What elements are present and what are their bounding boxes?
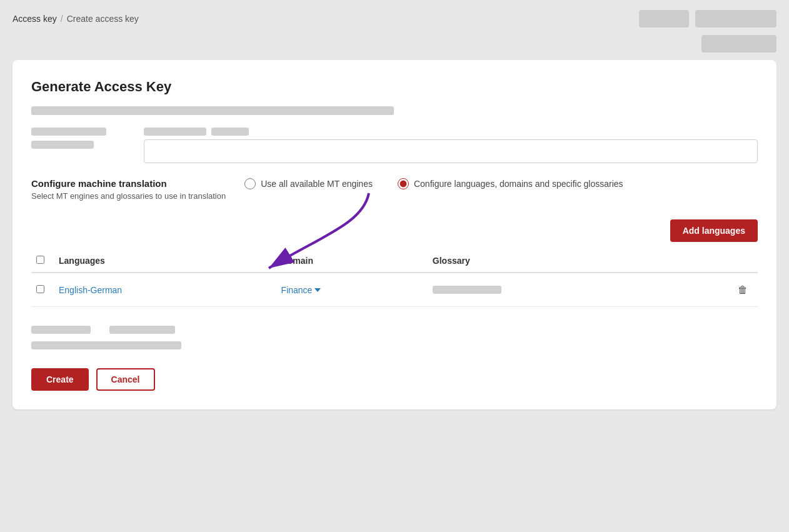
radio-configure[interactable] (398, 178, 409, 189)
sub-bar (0, 33, 789, 60)
configure-right: Use all available MT engines Configure l… (244, 178, 758, 189)
access-key-input[interactable] (144, 139, 758, 163)
form-left-labels (31, 128, 131, 149)
add-languages-button[interactable]: Add languages (670, 219, 758, 242)
th-domain: Domain (276, 249, 428, 273)
bottom-placeholders (31, 326, 758, 349)
row-domain[interactable]: Finance (276, 273, 428, 307)
row-glossary (428, 273, 666, 307)
domain-dropdown[interactable]: Finance (281, 285, 423, 295)
configure-subtitle: Select MT engines and glossaries to use … (31, 191, 226, 201)
input-label-ph1 (144, 128, 206, 136)
label-placeholder-2 (31, 141, 94, 149)
th-glossary: Glossary (428, 249, 666, 273)
row-language[interactable]: English-German (54, 273, 276, 307)
bottom-ph3 (31, 341, 181, 349)
bottom-ph1 (31, 326, 91, 334)
form-name-row (31, 128, 758, 163)
row-actions: 🗑 (666, 273, 758, 307)
bottom-ph2 (109, 326, 175, 334)
cancel-button[interactable]: Cancel (96, 368, 155, 391)
row-checkbox[interactable] (36, 285, 44, 293)
topbar-btn1[interactable] (639, 10, 689, 28)
breadcrumb-current: Create access key (67, 14, 139, 24)
languages-table: Languages Domain Glossary English-German… (31, 249, 758, 307)
add-languages-row: Add languages (31, 219, 758, 242)
table-row: English-German Finance 🗑 (31, 273, 758, 307)
configure-row: Configure machine translation Select MT … (31, 178, 758, 201)
table-header: Languages Domain Glossary (31, 249, 758, 273)
input-label-row (144, 128, 758, 136)
radio-option-configure[interactable]: Configure languages, domains and specifi… (398, 178, 623, 189)
radio-all-mt-label: Use all available MT engines (261, 179, 373, 189)
page-title: Generate Access Key (31, 79, 758, 95)
row-checkbox-cell (31, 273, 54, 307)
radio-configure-label: Configure languages, domains and specifi… (414, 179, 623, 189)
breadcrumb-separator: / (61, 14, 63, 24)
main-card: Generate Access Key Configure machine tr… (13, 60, 776, 409)
description-placeholder (31, 106, 394, 115)
delete-row-button[interactable]: 🗑 (733, 281, 753, 299)
topbar-btn2[interactable] (695, 10, 776, 28)
trash-icon: 🗑 (738, 284, 748, 296)
glossary-placeholder (433, 286, 501, 294)
action-buttons: Create Cancel (31, 368, 758, 391)
th-actions (666, 249, 758, 273)
chevron-down-icon (314, 288, 321, 292)
label-placeholder-1 (31, 128, 106, 136)
configure-left: Configure machine translation Select MT … (31, 178, 226, 201)
sub-bar-btn[interactable] (701, 35, 776, 53)
table-body: English-German Finance 🗑 (31, 273, 758, 307)
input-label-ph2 (211, 128, 249, 136)
configure-title: Configure machine translation (31, 178, 226, 189)
breadcrumb-link-access-key[interactable]: Access key (13, 14, 57, 24)
th-languages: Languages (54, 249, 276, 273)
radio-option-all-mt[interactable]: Use all available MT engines (244, 178, 373, 189)
radio-all-mt[interactable] (244, 178, 256, 189)
breadcrumb: Access key / Create access key (13, 14, 139, 24)
th-checkbox (31, 249, 54, 273)
domain-value: Finance (281, 285, 313, 295)
top-bar-actions (639, 10, 776, 28)
form-right-input (144, 128, 758, 163)
select-all-checkbox[interactable] (36, 256, 44, 264)
create-button[interactable]: Create (31, 368, 89, 391)
